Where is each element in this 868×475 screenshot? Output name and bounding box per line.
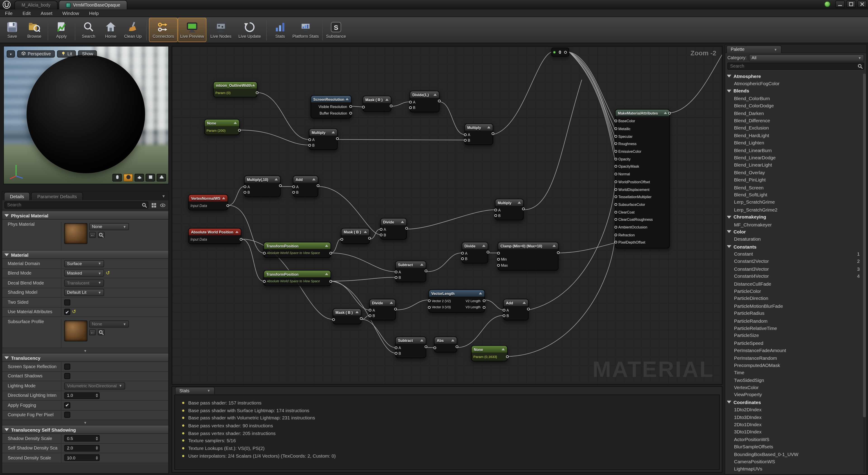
node-clamp[interactable]: Clamp (Min=0) (Max=10)MinMax [498, 242, 559, 271]
palette-item-1dto3dindex[interactable]: 1Dto3DIndex [727, 413, 862, 421]
input-pin[interactable] [395, 346, 397, 349]
collapse-node-icon[interactable] [518, 201, 521, 203]
checkbox-contact-shadows[interactable] [64, 373, 70, 379]
node-multiply-10[interactable]: Multiply(,10)AB [244, 176, 281, 197]
node-multiply-a[interactable]: MultiplyAB [309, 128, 338, 150]
input-pin[interactable] [362, 105, 365, 108]
input-pin[interactable] [395, 270, 397, 273]
window-tab-m-alicia-body[interactable]: M_Alicia_body [14, 0, 58, 9]
palette-group-chromakeying[interactable]: Chromakeying [727, 213, 862, 221]
input-pin[interactable] [332, 318, 335, 321]
palette-item-actorpositionws[interactable]: ActorPositionWS [727, 436, 862, 443]
collapse-node-icon[interactable] [434, 94, 437, 96]
input-pin[interactable] [263, 252, 266, 254]
output-pin[interactable] [279, 184, 282, 187]
input-pin[interactable] [308, 138, 311, 141]
preview-shape-custom-mesh-button[interactable] [157, 174, 166, 182]
input-pin[interactable] [308, 144, 311, 147]
node-none-01633[interactable]: NoneParam (0,1633) [471, 345, 508, 361]
preview-viewport[interactable]: ▾ Perspective Lit Show [3, 46, 169, 184]
input-pin[interactable] [614, 120, 617, 123]
collapse-node-icon[interactable] [332, 131, 335, 133]
collapse-node-icon[interactable] [235, 231, 239, 233]
toolbar-connectors-button[interactable]: Connectors [149, 18, 178, 42]
input-pin[interactable] [292, 191, 295, 193]
palette-item-viewproperty[interactable]: ViewProperty [727, 391, 862, 399]
input-pin[interactable] [395, 352, 397, 354]
output-pin[interactable] [226, 204, 229, 207]
node-multiply-c[interactable]: MultiplyAB [495, 199, 524, 220]
output-pin[interactable] [527, 308, 530, 311]
menu-help[interactable]: Help [84, 9, 104, 17]
details-tab-details[interactable]: Details [4, 192, 30, 200]
eye-icon[interactable] [159, 201, 166, 209]
palette-item-blend-linearburn[interactable]: Blend_LinearBurn [727, 147, 862, 154]
toolbar-home-button[interactable]: Home [100, 18, 122, 42]
input-pin[interactable] [614, 180, 617, 183]
node-multiply-b[interactable]: MultiplyAB [465, 123, 493, 145]
input-pin[interactable] [464, 133, 467, 136]
node-mask-b-1[interactable]: Mask ( B ) [341, 228, 370, 244]
browse-to-asset-icon[interactable] [98, 232, 104, 238]
asset-dropdown-subsurface-profile[interactable]: None▼ [89, 320, 129, 328]
minimize-button[interactable] [835, 0, 845, 8]
palette-group-constants[interactable]: Constants [727, 243, 862, 250]
output-pin[interactable] [336, 137, 339, 140]
collapse-node-icon[interactable] [502, 348, 505, 350]
output-pin[interactable] [394, 308, 397, 311]
input-pin[interactable] [614, 226, 617, 228]
preview-shape-sphere-button[interactable] [123, 174, 133, 182]
palette-item-1dto2dindex[interactable]: 1Dto2DIndex [727, 406, 862, 414]
input-pin[interactable] [614, 127, 617, 130]
checkbox-screen-space-reflection[interactable] [64, 363, 70, 370]
output-pin[interactable] [456, 345, 458, 348]
input-pin[interactable] [503, 314, 505, 317]
palette-item-blend-softlight[interactable]: Blend_SoftLight [727, 191, 862, 199]
status-icon[interactable] [825, 1, 831, 7]
input-pin[interactable] [340, 238, 343, 241]
palette-item-blend-overlay[interactable]: Blend_Overlay [727, 169, 862, 176]
toolbar-search-button[interactable]: Search [78, 18, 100, 42]
node-add-1[interactable]: AddAB [293, 176, 318, 197]
toolbar-stats-button[interactable]: Stats [269, 18, 291, 42]
output-pin[interactable] [360, 317, 363, 320]
output-pin[interactable] [238, 129, 241, 132]
output-pin[interactable] [564, 51, 567, 53]
node-vertex-normal-ws[interactable]: VertexNormalWSInput Data [188, 194, 228, 211]
use-selected-arrow-icon[interactable]: ← [89, 232, 96, 238]
input-pin[interactable] [244, 185, 246, 188]
collapse-node-icon[interactable] [385, 98, 389, 101]
node-mask-r[interactable]: Mask ( R ) [363, 96, 391, 112]
input-pin[interactable] [614, 172, 617, 176]
output-pin[interactable] [240, 238, 242, 241]
node-divide-4[interactable]: DivideAB [369, 299, 396, 320]
input-pin[interactable] [614, 241, 617, 244]
category-dropdown[interactable]: All ▼ [749, 54, 864, 61]
output-pin[interactable] [349, 105, 352, 108]
close-button[interactable] [857, 0, 867, 8]
maximize-button[interactable] [846, 0, 856, 8]
preview-shape-cylinder-button[interactable] [112, 174, 122, 182]
collapse-node-icon[interactable] [252, 84, 255, 86]
asset-thumbnail[interactable] [64, 223, 88, 244]
toolbar-live-update-button[interactable]: Live Update [235, 18, 264, 42]
material-graph[interactable]: MATERIAL 0mtoon_OutlineWidthParam (0)Non… [172, 46, 722, 385]
palette-item-precomputedaomask[interactable]: PrecomputedAOMask [727, 361, 862, 369]
output-pin[interactable] [438, 100, 440, 102]
palette-group-blends[interactable]: Blends [727, 87, 862, 95]
palette-item-blend-darken[interactable]: Blend_Darken [727, 109, 862, 117]
preview-shape-cube-button[interactable] [146, 174, 155, 182]
input-pin[interactable] [244, 191, 246, 193]
input-pin[interactable] [369, 309, 371, 311]
output-pin[interactable] [329, 280, 332, 283]
output-pin[interactable] [487, 251, 489, 253]
collapse-node-icon[interactable] [487, 126, 491, 128]
advanced-expander[interactable]: ▼ [2, 348, 168, 353]
palette-item-lightmapuvs[interactable]: LightmapUVs [727, 465, 862, 473]
output-pin[interactable] [483, 299, 486, 303]
palette-item-blend-exclusion[interactable]: Blend_Exclusion [727, 124, 862, 132]
lit-button[interactable]: Lit [57, 51, 76, 58]
palette-search-input[interactable] [728, 64, 856, 69]
palette-item-desaturation[interactable]: Desaturation [727, 235, 862, 243]
input-pin[interactable] [434, 346, 436, 349]
